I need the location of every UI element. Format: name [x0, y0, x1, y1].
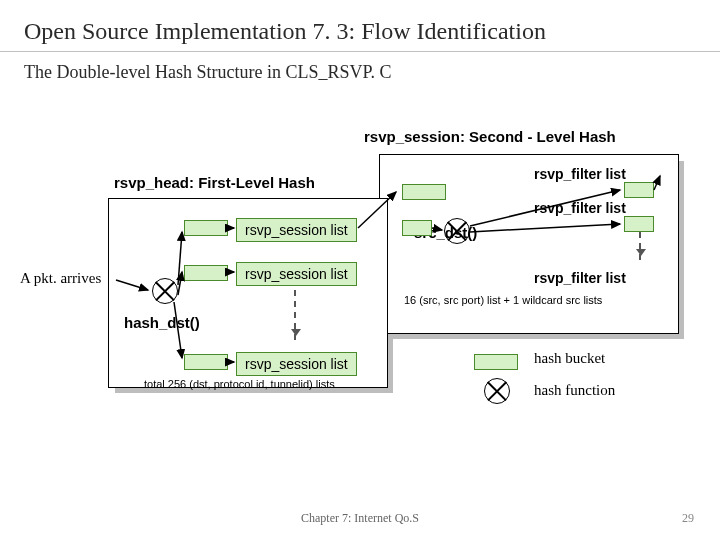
legend-fn-icon	[484, 378, 510, 404]
diagram-area: rsvp_session: Second - Level Hash rsvp_h…	[24, 120, 696, 480]
dashed-arrow-filter	[639, 232, 641, 260]
bucket-l2	[184, 265, 228, 281]
legend-fn-label: hash function	[534, 382, 615, 399]
bucket-r2	[402, 220, 432, 236]
slide-title: Open Source Implementation 7. 3: Flow Id…	[0, 0, 720, 52]
filter-list-3-label: rsvp_filter list	[534, 270, 626, 286]
filter-list-2-label: rsvp_filter list	[534, 200, 626, 216]
bucket-r3	[624, 182, 654, 198]
bucket-r1	[402, 184, 446, 200]
bucket-l3	[184, 354, 228, 370]
total-256-note: total 256 (dst, protocol id, tunnelid) l…	[144, 378, 335, 390]
footer-text: Chapter 7: Internet Qo.S	[0, 511, 720, 526]
hash-dst-label: hash_dst()	[124, 314, 200, 331]
pkt-arrives-label: A pkt. arrives	[20, 270, 101, 287]
slide-subtitle: The Double-level Hash Structure in CLS_R…	[0, 52, 720, 83]
bucket-r4	[624, 216, 654, 232]
dashed-arrow-sessions	[294, 290, 296, 340]
session-list-1: rsvp_session list	[236, 218, 357, 242]
first-level-label: rsvp_head: First-Level Hash	[114, 174, 315, 191]
second-level-label: rsvp_session: Second - Level Hash	[364, 128, 616, 145]
session-list-2: rsvp_session list	[236, 262, 357, 286]
bucket-l1	[184, 220, 228, 236]
page-number: 29	[682, 511, 694, 526]
legend-bucket-icon	[474, 354, 518, 370]
legend-bucket-label: hash bucket	[534, 350, 605, 367]
session-list-3: rsvp_session list	[236, 352, 357, 376]
filter-list-1-label: rsvp_filter list	[534, 166, 626, 182]
second-level-box	[379, 154, 679, 334]
sixteen-src-note: 16 (src, src port) list + 1 wildcard src…	[404, 294, 602, 306]
hash-dst-hashfn-icon	[152, 278, 178, 304]
